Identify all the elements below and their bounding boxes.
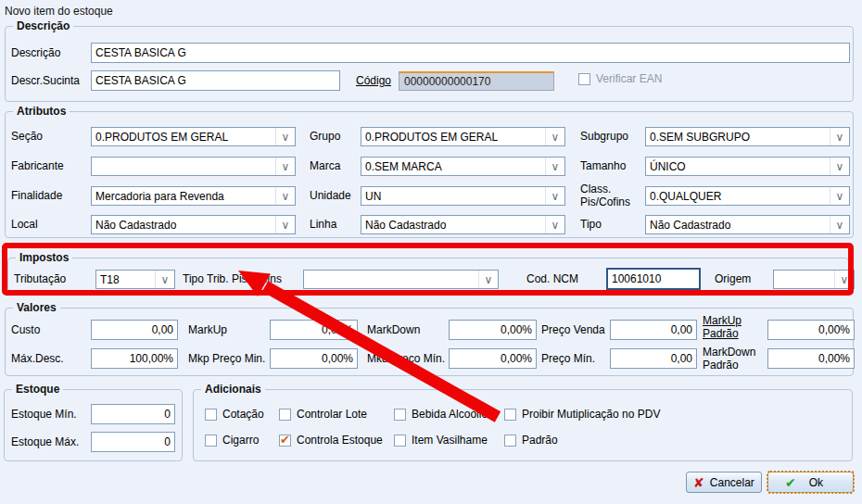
chevron-down-icon: ∨ [275, 187, 295, 205]
codigo-link[interactable]: Código [356, 74, 391, 87]
tributacao-value: T18 [96, 271, 155, 288]
descr-sucinta-value: CESTA BASICA G [95, 74, 186, 87]
fabricante-label: Fabricante [11, 159, 64, 172]
cod-ncm-input[interactable]: 10061010 [606, 268, 701, 290]
estoque-min-input[interactable]: 0 [91, 404, 175, 424]
mkd-preco-min-input[interactable]: 0,00% [449, 348, 537, 369]
check-icon: ✔ [785, 476, 796, 489]
finalidade-label: Finalidade [11, 189, 62, 202]
marca-combobox[interactable]: 0.SEM MARCA ∨ [361, 157, 565, 176]
controla-estoque-label: Controla Estoque [297, 434, 383, 447]
padrao-label: Padrão [522, 434, 558, 447]
controlar-lote-label: Controlar Lote [297, 408, 367, 421]
custo-value: 0,00 [152, 323, 173, 336]
custo-input[interactable]: 0,00 [91, 320, 178, 340]
checkbox-box: ✔ [394, 409, 406, 421]
preco-venda-input[interactable]: 0,00 [610, 320, 697, 340]
ok-button[interactable]: ✔ Ok [767, 472, 854, 493]
origem-combobox[interactable]: ∨ [773, 270, 855, 289]
class-pis-cofins-label: Class. Pis/Cofins [580, 183, 638, 208]
local-value: Não Cadastrado [92, 216, 275, 233]
marca-value: 0.SEM MARCA [361, 158, 545, 175]
class-pis-cofins-combobox[interactable]: 0.QUALQUER ∨ [645, 186, 850, 206]
local-combobox[interactable]: Não Cadastrado ∨ [91, 215, 296, 234]
group-valores-title: Valores [13, 301, 60, 314]
local-label: Local [11, 218, 38, 231]
linha-combobox[interactable]: Não Cadastrado ∨ [361, 215, 565, 234]
group-descricao: Descrição Descrição CESTA BASICA G Descr… [5, 26, 854, 102]
fabricante-combobox[interactable]: ∨ [91, 157, 296, 176]
item-vasilhame-checkbox[interactable]: ✔ Item Vasilhame [394, 434, 488, 447]
group-descricao-title: Descrição [13, 19, 73, 32]
max-desc-input[interactable]: 100,00% [91, 348, 178, 369]
secao-value: 0.PRODUTOS EM GERAL [92, 128, 275, 145]
checkbox-box: ✔ [578, 73, 590, 85]
tamanho-combobox[interactable]: ÚNICO ∨ [645, 157, 850, 176]
chevron-down-icon: ∨ [155, 271, 174, 288]
markup-padrao-link[interactable]: MarkUp Padrão [703, 314, 756, 340]
cigarro-label: Cigarro [222, 434, 259, 447]
x-icon: ✘ [693, 476, 704, 489]
codigo-field[interactable]: 00000000000170 [399, 71, 554, 91]
group-adicionais-title: Adicionais [201, 383, 265, 396]
cancel-button[interactable]: ✘ Cancelar [686, 472, 762, 493]
finalidade-combobox[interactable]: Mercadoria para Revenda ∨ [91, 186, 296, 206]
chevron-down-icon: ∨ [830, 187, 849, 205]
subgrupo-combobox[interactable]: 0.SEM SUBGRUPO ∨ [645, 127, 850, 146]
linha-value: Não Cadastrado [361, 216, 545, 233]
descr-sucinta-label: Descr.Sucinta [11, 74, 80, 87]
bebida-alcoolica-checkbox[interactable]: ✔ Bebida Alcoolica [394, 408, 493, 421]
chevron-down-icon: ∨ [478, 271, 498, 288]
descricao-input[interactable]: CESTA BASICA G [91, 43, 850, 63]
chevron-down-icon: ∨ [545, 216, 564, 233]
cotacao-label: Cotação [222, 408, 264, 421]
linha-label: Linha [310, 218, 336, 231]
group-atributos: Atributos Seção 0.PRODUTOS EM GERAL ∨ Gr… [5, 111, 854, 238]
max-desc-label: Máx.Desc. [11, 352, 64, 365]
tamanho-value: ÚNICO [646, 158, 830, 175]
chevron-down-icon: ∨ [830, 216, 849, 233]
controlar-lote-checkbox[interactable]: ✔ Controlar Lote [279, 408, 367, 421]
secao-combobox[interactable]: 0.PRODUTOS EM GERAL ∨ [91, 127, 296, 146]
grupo-combobox[interactable]: 0.PRODUTOS EM GERAL ∨ [361, 127, 565, 146]
cigarro-checkbox[interactable]: ✔ Cigarro [205, 434, 259, 447]
codigo-value: 00000000000170 [404, 75, 490, 88]
max-desc-value: 100,00% [130, 352, 173, 365]
chevron-down-icon: ∨ [545, 158, 564, 175]
tipo-combobox[interactable]: Não Cadastrado ∨ [645, 215, 850, 234]
markdown-label: MarkDown [367, 323, 420, 336]
mkp-preco-min-value: 0,00% [322, 352, 353, 365]
markdown-input[interactable]: 0,00% [449, 320, 537, 340]
checkbox-box: ✔ [394, 435, 406, 447]
descricao-label: Descrição [11, 46, 60, 59]
mkp-preco-min-input[interactable]: 0,00% [270, 348, 358, 369]
ok-button-label: Ok [809, 476, 823, 489]
descr-sucinta-input[interactable]: CESTA BASICA G [91, 70, 340, 91]
checkbox-box: ✔ [279, 435, 291, 447]
subgrupo-value: 0.SEM SUBGRUPO [646, 128, 830, 145]
fabricante-value [92, 158, 275, 175]
group-impostos: Impostos Tributação T18 ∨ Tipo Trib. Pis… [7, 258, 849, 292]
tipo-trib-pis-cofins-label: Tipo Trib. Pis/Cofins [183, 272, 282, 285]
checkbox-box: ✔ [504, 409, 516, 421]
proibir-multiplicacao-checkbox[interactable]: ✔ Proibir Mutiplicação no PDV [504, 408, 660, 421]
checkbox-box: ✔ [504, 435, 516, 447]
group-estoque-title: Estoque [12, 383, 63, 396]
marca-label: Marca [310, 159, 340, 172]
markdown-padrao-input[interactable]: 0,00% [767, 348, 855, 369]
unidade-combobox[interactable]: UN ∨ [361, 186, 565, 206]
markup-input[interactable]: 0,00% [270, 320, 358, 340]
cotacao-checkbox[interactable]: ✔ Cotação [205, 408, 264, 421]
markup-padrao-input[interactable]: 0,00% [767, 320, 855, 340]
tributacao-combobox[interactable]: T18 ∨ [95, 270, 175, 289]
chevron-down-icon: ∨ [830, 158, 849, 175]
markdown-padrao-label: MarkDown Padrão [703, 346, 760, 372]
group-adicionais: Adicionais ✔ Cotação ✔ Controlar Lote ✔ … [193, 389, 853, 461]
controla-estoque-checkbox[interactable]: ✔ Controla Estoque [279, 434, 383, 447]
tipo-trib-pis-cofins-combobox[interactable]: ∨ [303, 270, 499, 289]
markup-label: MarkUp [188, 323, 227, 336]
estoque-max-input[interactable]: 0 [91, 432, 175, 452]
preco-min-input[interactable]: 0,00 [610, 348, 697, 369]
finalidade-value: Mercadoria para Revenda [92, 187, 275, 205]
padrao-checkbox[interactable]: ✔ Padrão [504, 434, 558, 447]
